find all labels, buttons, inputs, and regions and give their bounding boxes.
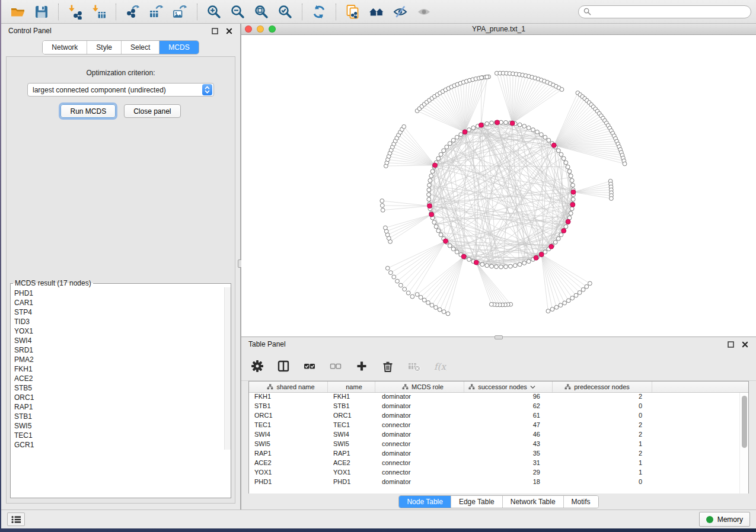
mcds-result-item[interactable]: STB1 bbox=[14, 412, 224, 421]
mcds-result-item[interactable]: SWI5 bbox=[14, 421, 224, 431]
table-row[interactable]: PHD1 PHD1 dominator 18 0 bbox=[249, 478, 748, 488]
tab-node-table[interactable]: Node Table bbox=[399, 496, 451, 508]
mcds-result-item[interactable]: ACE2 bbox=[14, 374, 224, 383]
cell-shared-name: FKH1 bbox=[249, 393, 328, 402]
mcds-result-item[interactable]: SRD1 bbox=[14, 345, 224, 355]
zoom-out-button[interactable] bbox=[226, 2, 250, 22]
mcds-result-title: MCDS result (17 nodes) bbox=[13, 279, 93, 287]
split-panel-button[interactable] bbox=[277, 360, 290, 373]
tab-style[interactable]: Style bbox=[87, 41, 122, 54]
table-row[interactable]: FKH1 FKH1 dominator 96 2 bbox=[249, 393, 748, 402]
apply-preferred-layout-button[interactable] bbox=[307, 2, 331, 22]
mcds-result-item[interactable]: FKH1 bbox=[14, 364, 224, 374]
table-scrollbar-thumb[interactable] bbox=[742, 396, 747, 448]
table-toolbar: f(x) bbox=[241, 351, 756, 381]
zoom-fit-button[interactable] bbox=[250, 2, 273, 22]
table-row[interactable]: SWI4 SWI4 dominator 46 2 bbox=[249, 431, 748, 440]
table-row[interactable]: SWI5 SWI5 connector 43 1 bbox=[249, 440, 748, 450]
column-header-shared-name[interactable]: shared name bbox=[249, 382, 328, 392]
export-image-button[interactable] bbox=[168, 2, 192, 22]
column-header-predecessor-nodes[interactable]: predecessor nodes bbox=[553, 382, 652, 392]
network-canvas[interactable] bbox=[241, 35, 756, 336]
table-row[interactable]: RAP1 RAP1 dominator 35 2 bbox=[249, 450, 748, 459]
save-session-button[interactable] bbox=[30, 2, 53, 22]
delete-entry-icon bbox=[381, 360, 394, 373]
cell-shared-name: YOX1 bbox=[249, 469, 328, 478]
network-graph[interactable] bbox=[241, 35, 756, 336]
window-close-button[interactable] bbox=[245, 25, 252, 33]
float-panel-icon[interactable] bbox=[210, 27, 219, 35]
mcds-result-item[interactable]: STP4 bbox=[14, 307, 224, 317]
close-table-panel-icon[interactable] bbox=[741, 340, 749, 348]
float-table-panel-icon[interactable] bbox=[726, 340, 735, 348]
column-header-name[interactable]: name bbox=[328, 382, 375, 392]
network-window-title: YPA_prune.txt_1 bbox=[241, 25, 756, 33]
mcds-result-item[interactable]: ORC1 bbox=[14, 393, 224, 402]
tab-network-table[interactable]: Network Table bbox=[503, 496, 564, 508]
tab-mcds[interactable]: MCDS bbox=[160, 41, 198, 54]
tab-network[interactable]: Network bbox=[43, 41, 87, 54]
table-row[interactable]: ACE2 ACE2 connector 31 1 bbox=[249, 459, 748, 469]
column-header-successor-nodes[interactable]: successor nodes bbox=[464, 382, 553, 392]
search-box[interactable] bbox=[578, 5, 751, 18]
table-row[interactable]: TEC1 TEC1 connector 47 2 bbox=[249, 421, 748, 431]
import-network-button[interactable] bbox=[63, 2, 87, 22]
search-input[interactable] bbox=[595, 8, 746, 16]
select-all-button[interactable] bbox=[303, 360, 316, 373]
status-bar: Memory bbox=[1, 509, 756, 528]
zoom-selected-button[interactable] bbox=[273, 2, 297, 22]
cell-mcds-role: dominator bbox=[375, 431, 464, 440]
close-panel-button[interactable]: Close panel bbox=[124, 104, 180, 118]
mcds-list-scrollbar[interactable] bbox=[224, 287, 231, 450]
optimization-criterion-select[interactable]: largest connected component (undirected) bbox=[27, 83, 214, 97]
function-builder-button: f(x) bbox=[433, 360, 446, 373]
mcds-result-item[interactable]: RAP1 bbox=[14, 402, 224, 412]
close-panel-icon[interactable] bbox=[225, 27, 233, 35]
horizontal-splitter-handle[interactable] bbox=[495, 335, 503, 339]
mcds-result-item[interactable]: CAR1 bbox=[14, 298, 224, 307]
task-history-button[interactable] bbox=[7, 512, 25, 526]
table-row[interactable]: STB1 STB1 dominator 62 0 bbox=[249, 402, 748, 412]
export-network-button[interactable] bbox=[121, 2, 145, 22]
table-scrollbar[interactable] bbox=[739, 393, 748, 493]
tab-select[interactable]: Select bbox=[122, 41, 160, 54]
save-session-icon bbox=[34, 4, 49, 20]
mcds-result-list: PHD1CAR1STP4TID3YOX1SWI4SRD1PMA2FKH1ACE2… bbox=[11, 287, 224, 450]
cell-mcds-role: connector bbox=[375, 469, 464, 478]
window-minimize-button[interactable] bbox=[257, 25, 264, 33]
mcds-result-item[interactable]: TID3 bbox=[14, 317, 224, 326]
table-row[interactable]: ORC1 ORC1 dominator 61 0 bbox=[249, 412, 748, 421]
table-row[interactable]: YOX1 YOX1 connector 29 1 bbox=[249, 469, 748, 478]
zoom-in-button[interactable] bbox=[202, 2, 226, 22]
column-header-mcds-role[interactable]: MCDS role bbox=[375, 382, 464, 392]
export-table-button[interactable] bbox=[145, 2, 168, 22]
column-settings-icon bbox=[251, 360, 264, 373]
delete-entry-button[interactable] bbox=[381, 360, 394, 373]
mcds-result-item[interactable]: YOX1 bbox=[14, 326, 224, 336]
column-settings-button[interactable] bbox=[251, 360, 264, 373]
network-window-titlebar[interactable]: YPA_prune.txt_1 bbox=[241, 24, 756, 35]
new-network-from-selection-button[interactable] bbox=[341, 2, 365, 22]
add-entry-button[interactable] bbox=[355, 360, 368, 373]
mcds-result-item[interactable]: TEC1 bbox=[14, 431, 224, 440]
mcds-result-item[interactable]: PMA2 bbox=[14, 355, 224, 364]
run-mcds-button[interactable]: Run MCDS bbox=[60, 104, 116, 118]
tab-motifs[interactable]: Motifs bbox=[564, 496, 598, 508]
import-table-button[interactable] bbox=[87, 2, 111, 22]
first-neighbors-button[interactable] bbox=[365, 2, 388, 22]
mcds-result-item[interactable]: STB5 bbox=[14, 383, 224, 393]
deselect-all-button[interactable] bbox=[329, 360, 342, 373]
tab-edge-table[interactable]: Edge Table bbox=[451, 496, 503, 508]
memory-button[interactable]: Memory bbox=[699, 512, 750, 527]
first-neighbors-icon bbox=[369, 4, 384, 20]
cell-predecessor-nodes: 1 bbox=[553, 440, 652, 450]
show-all-button[interactable] bbox=[412, 2, 436, 22]
mcds-result-item[interactable]: SWI4 bbox=[14, 336, 224, 345]
mcds-result-item[interactable]: GCR1 bbox=[14, 440, 224, 450]
cell-name: ACE2 bbox=[328, 459, 375, 469]
hide-selected-button[interactable] bbox=[388, 2, 412, 22]
mcds-result-item[interactable]: PHD1 bbox=[14, 289, 224, 298]
window-maximize-button[interactable] bbox=[269, 25, 276, 33]
cell-successor-nodes: 62 bbox=[464, 402, 553, 412]
open-file-button[interactable] bbox=[6, 2, 30, 22]
